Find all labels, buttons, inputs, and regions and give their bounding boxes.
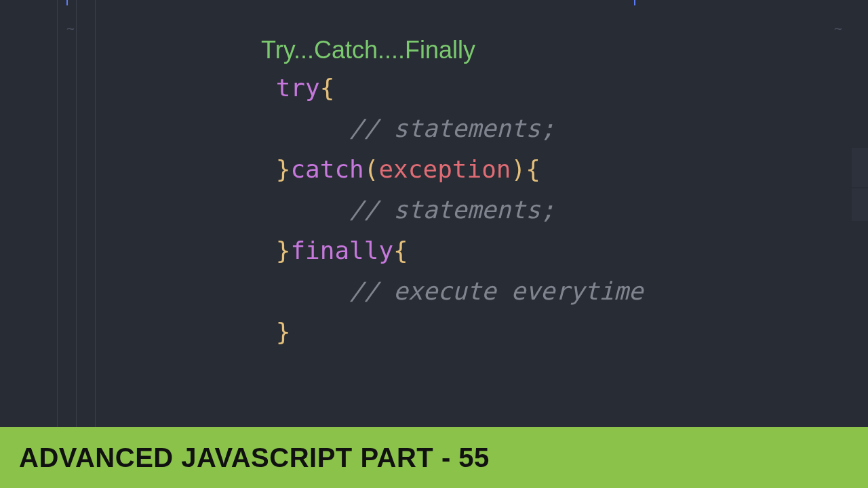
comment: // execute everytime: [349, 277, 643, 305]
paren-open: (: [364, 155, 379, 183]
brace-open: {: [526, 155, 540, 183]
brace-close: }: [276, 237, 291, 264]
title-banner: ADVANCED JAVASCRIPT PART - 55: [0, 427, 868, 488]
brace-open: {: [320, 74, 335, 102]
keyword-try: try: [276, 74, 320, 102]
code-line: // statements;: [261, 108, 868, 149]
keyword-catch: catch: [290, 155, 363, 183]
keyword-finally: finally: [290, 237, 393, 264]
code-content[interactable]: Try...Catch....Finally try{ // statement…: [58, 0, 868, 427]
code-line: // statements;: [261, 190, 868, 230]
comment: // statements;: [349, 196, 555, 224]
code-line: // execute everytime: [261, 271, 868, 312]
code-line: }finally{: [261, 230, 868, 271]
code-line: try{: [261, 68, 868, 108]
code-editor: ~ ~ Try...Catch....Finally try{ // state…: [0, 0, 868, 427]
brace-close: }: [276, 318, 291, 346]
code-line: }catch(exception){: [261, 149, 868, 190]
banner-title: ADVANCED JAVASCRIPT PART - 55: [19, 443, 490, 473]
comment: // statements;: [349, 115, 555, 142]
gutter: [0, 0, 58, 427]
parameter: exception: [378, 155, 511, 183]
brace-open: {: [393, 237, 408, 264]
paren-close: ): [511, 155, 526, 183]
section-title: Try...Catch....Finally: [261, 33, 868, 68]
brace-close: }: [276, 155, 291, 183]
code-line: }: [261, 312, 868, 352]
